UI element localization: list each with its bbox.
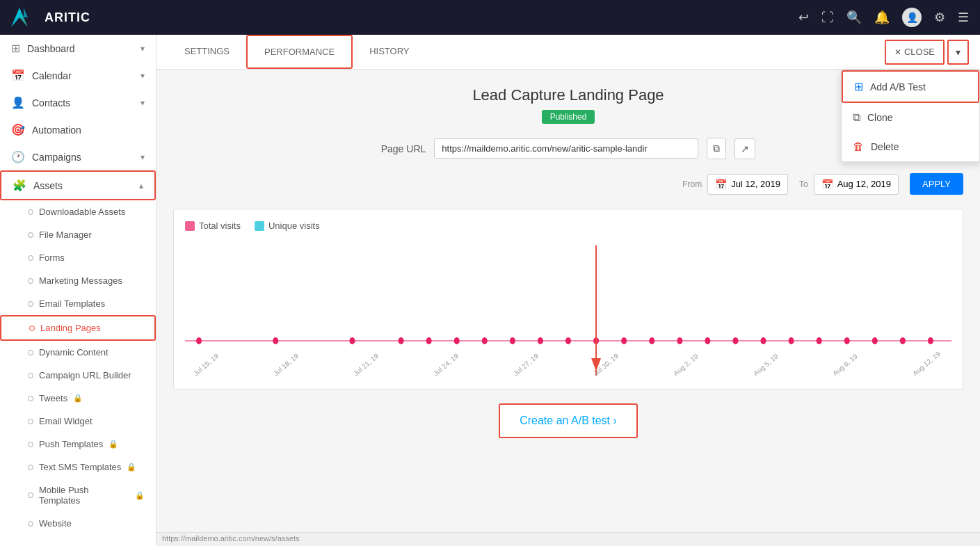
contacts-icon: 👤 <box>11 96 25 109</box>
search-icon[interactable]: 🔍 <box>846 10 862 25</box>
sidebar-item-email-templates[interactable]: Email Templates <box>0 292 156 315</box>
total-visits-dot <box>185 221 195 231</box>
url-input[interactable] <box>434 138 698 159</box>
sidebar-item-file-manager-label: File Manager <box>39 230 92 240</box>
sidebar-item-website[interactable]: Website <box>0 512 156 535</box>
sidebar-item-email-templates-label: Email Templates <box>39 298 105 309</box>
svg-point-5 <box>273 337 278 344</box>
to-date-input[interactable]: 📅 Aug 12, 2019 <box>814 174 899 195</box>
sidebar-item-mobile-push-templates-label: Mobile Push Templates <box>39 485 129 506</box>
lock-icon: 🔒 <box>127 463 136 472</box>
calendar-from-icon: 📅 <box>715 179 727 190</box>
gear-icon[interactable]: ⚙ <box>934 10 945 25</box>
sidebar-item-assets[interactable]: 🧩 Assets ▴ <box>0 170 156 200</box>
tab-settings[interactable]: SETTINGS <box>168 35 246 69</box>
tab-history[interactable]: HISTORY <box>353 35 426 69</box>
dot-icon <box>28 492 33 498</box>
dot-icon <box>28 396 33 401</box>
sidebar-item-landing-pages[interactable]: Landing Pages <box>0 315 156 341</box>
chevron-up-icon: ▴ <box>139 181 143 191</box>
reply-icon[interactable]: ↩ <box>798 10 809 25</box>
dot-icon <box>28 350 33 355</box>
sidebar-item-dynamic-content[interactable]: Dynamic Content <box>0 341 156 364</box>
from-label: From <box>682 179 702 189</box>
from-date-group: From 📅 Jul 12, 2019 <box>682 174 788 195</box>
dot-icon <box>28 232 33 238</box>
svg-point-23 <box>844 337 850 344</box>
chevron-icon: ▾ <box>140 71 145 81</box>
sidebar-item-calendar-label: Calendar <box>32 70 72 81</box>
tab-actions: ✕ CLOSE ▾ <box>885 35 969 69</box>
sidebar-item-push-templates[interactable]: Push Templates 🔒 <box>0 433 156 456</box>
legend-total-visits: Total visits <box>185 220 241 231</box>
apply-button[interactable]: APPLY <box>910 173 963 195</box>
sidebar-item-text-sms-templates[interactable]: Text SMS Templates 🔒 <box>0 456 156 479</box>
dot-icon <box>28 255 33 261</box>
close-x: ✕ <box>894 47 901 57</box>
from-date-value: Jul 12, 2019 <box>731 179 780 189</box>
sidebar-item-downloadable-assets[interactable]: Downloadable Assets <box>0 200 156 223</box>
sidebar-item-tweets[interactable]: Tweets 🔒 <box>0 387 156 410</box>
svg-point-26 <box>928 337 933 344</box>
sidebar-item-marketing-messages[interactable]: Marketing Messages <box>0 269 156 292</box>
close-button[interactable]: ✕ CLOSE <box>885 40 945 65</box>
lock-icon: 🔒 <box>135 491 145 500</box>
sidebar-item-dashboard[interactable]: ⊞ Dashboard ▾ <box>0 35 156 62</box>
sidebar-item-contacts[interactable]: 👤 Contacts ▾ <box>0 89 156 116</box>
sidebar-item-mobile-push-templates[interactable]: Mobile Push Templates 🔒 <box>0 479 156 512</box>
create-ab-test-button[interactable]: Create an A/B test › <box>499 403 638 438</box>
grid-icon: ⊞ <box>11 42 20 55</box>
dot-icon <box>28 301 33 307</box>
sidebar-item-file-manager[interactable]: File Manager <box>0 223 156 246</box>
dot-icon <box>28 465 33 470</box>
to-label: To <box>799 179 808 189</box>
svg-point-17 <box>677 337 682 344</box>
performance-chart <box>185 236 951 376</box>
dot-icon <box>28 209 33 215</box>
svg-point-22 <box>817 337 822 344</box>
svg-point-24 <box>872 337 878 344</box>
date-filter: From 📅 Jul 12, 2019 To 📅 Aug 12, 2019 AP… <box>173 173 963 195</box>
dropdown-item-add-ab-test[interactable]: ⊞ Add A/B Test <box>842 70 979 103</box>
campaigns-icon: 🕐 <box>11 150 25 163</box>
sidebar-item-campaign-url-builder[interactable]: Campaign URL Builder <box>0 364 156 387</box>
svg-marker-2 <box>24 8 32 27</box>
tab-performance[interactable]: PERFORMANCE <box>246 35 353 69</box>
sidebar-item-forms-label: Forms <box>39 252 65 263</box>
svg-point-16 <box>649 337 654 344</box>
dot-icon <box>28 442 33 447</box>
sidebar-item-automation[interactable]: 🎯 Automation <box>0 116 156 143</box>
calendar-icon: 📅 <box>11 69 25 82</box>
from-date-input[interactable]: 📅 Jul 12, 2019 <box>707 174 788 195</box>
sidebar-item-email-widget[interactable]: Email Widget <box>0 410 156 433</box>
svg-point-15 <box>621 337 627 344</box>
navbar-right: ↩ ⛶ 🔍 🔔 👤 ⚙ ☰ <box>798 8 969 27</box>
ab-test-icon: ⊞ <box>854 80 863 93</box>
sidebar-item-calendar[interactable]: 📅 Calendar ▾ <box>0 62 156 89</box>
sidebar-item-contacts-label: Contacts <box>32 97 70 109</box>
user-avatar[interactable]: 👤 <box>902 8 922 27</box>
sidebar-item-campaigns[interactable]: 🕐 Campaigns ▾ <box>0 143 156 170</box>
navbar: ARITIC ↩ ⛶ 🔍 🔔 👤 ⚙ ☰ <box>0 0 980 35</box>
total-visits-label: Total visits <box>199 220 241 231</box>
brand-logo[interactable]: ARITIC <box>11 8 90 27</box>
bell-icon[interactable]: 🔔 <box>874 10 890 25</box>
automation-icon: 🎯 <box>11 123 25 136</box>
sidebar-item-forms[interactable]: Forms <box>0 246 156 269</box>
svg-point-18 <box>705 337 710 344</box>
copy-url-button[interactable]: ⧉ <box>707 138 726 159</box>
layout: ⊞ Dashboard ▾ 📅 Calendar ▾ 👤 Contacts ▾ … <box>0 35 980 546</box>
legend-unique-visits: Unique visits <box>255 220 320 231</box>
dropdown-item-clone-label: Clone <box>867 112 893 123</box>
svg-point-9 <box>454 337 460 344</box>
dropdown-button[interactable]: ▾ <box>947 40 969 65</box>
dot-icon <box>29 326 35 331</box>
open-url-button[interactable]: ↗ <box>734 138 755 159</box>
dropdown-item-delete[interactable]: 🗑 Delete <box>842 132 979 161</box>
dropdown-item-clone[interactable]: ⧉ Clone <box>842 103 979 132</box>
chevron-down-icon: ▾ <box>956 47 961 58</box>
fullscreen-icon[interactable]: ⛶ <box>821 10 834 25</box>
dot-icon <box>28 373 33 378</box>
svg-point-6 <box>349 337 355 344</box>
menu-icon[interactable]: ☰ <box>958 10 969 25</box>
